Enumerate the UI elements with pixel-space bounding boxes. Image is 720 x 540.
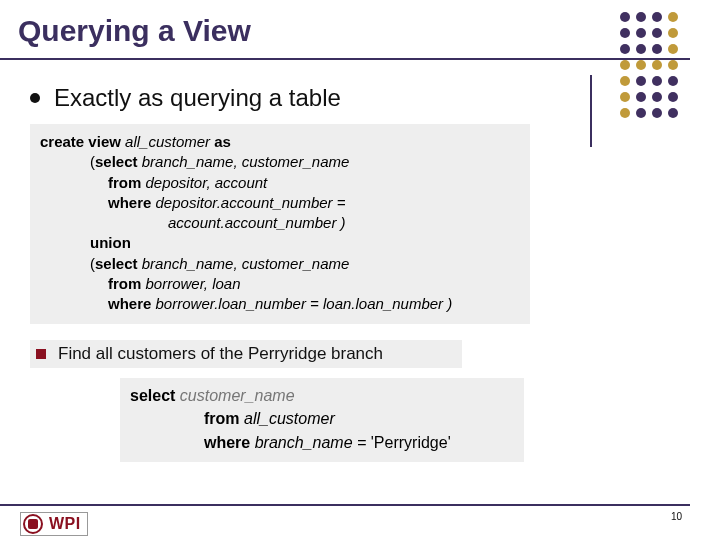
wpi-seal-icon — [23, 514, 43, 534]
bullet-text: Exactly as querying a table — [54, 84, 341, 112]
sql-select-block: select customer_name from all_customer w… — [120, 378, 524, 462]
wpi-logo: WPI — [20, 512, 88, 536]
footer-line — [0, 504, 690, 506]
bullet-item-sub: Find all customers of the Perryridge bra… — [30, 340, 462, 368]
page-number: 10 — [671, 511, 682, 522]
bullet-square-icon — [36, 349, 46, 359]
bullet-sub-text: Find all customers of the Perryridge bra… — [58, 344, 383, 364]
corner-dots-decoration — [614, 12, 678, 124]
wpi-logo-text: WPI — [49, 515, 81, 533]
sql-create-view-block: create view all_customer as (select bran… — [30, 124, 530, 324]
vertical-decoration-line — [590, 75, 592, 147]
bullet-disc-icon — [30, 93, 40, 103]
